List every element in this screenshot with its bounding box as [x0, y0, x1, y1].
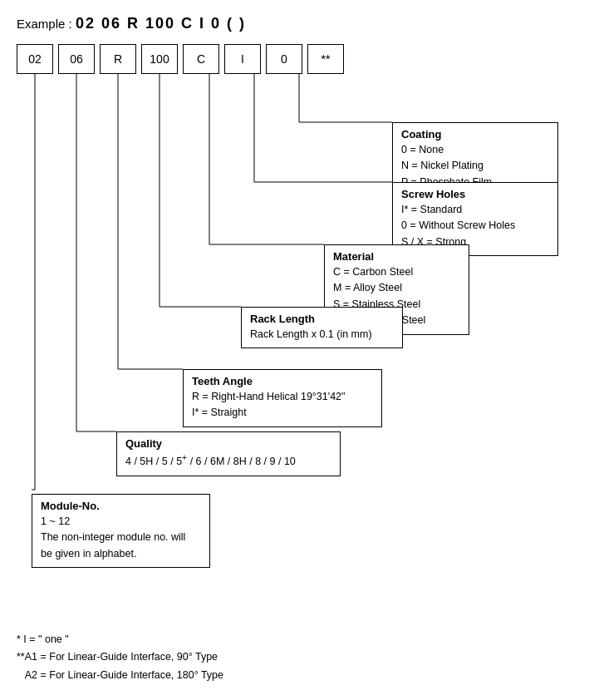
material-title: Material	[333, 250, 460, 263]
code-boxes-row: 02 06 R 100 C I 0 **	[17, 44, 572, 74]
footnote-2: **A1 = For Linear-Guide Interface, 90° T…	[17, 648, 572, 666]
code-box-r: R	[100, 44, 136, 74]
code-box-c: C	[183, 44, 219, 74]
quality-title: Quality	[125, 437, 331, 450]
code-box-i: I	[224, 44, 261, 74]
code-box-star: **	[307, 44, 344, 74]
footnote-3: A2 = For Linear-Guide Interface, 180° Ty…	[17, 667, 572, 684]
module-no-title: Module-No.	[41, 500, 201, 512]
quality-box: Quality 4 / 5H / 5 / 5+ / 6 / 6M / 8H / …	[116, 431, 341, 476]
code-box-100: 100	[141, 44, 178, 74]
rack-length-title: Rack Length	[250, 313, 394, 325]
rack-length-content: Rack Length x 0.1 (in mm)	[250, 327, 394, 343]
module-no-content: 1 ~ 12 The non-integer module no. will b…	[41, 514, 201, 562]
rack-length-box: Rack Length Rack Length x 0.1 (in mm)	[241, 307, 403, 348]
footnotes: * I = " one " **A1 = For Linear-Guide In…	[17, 631, 572, 684]
quality-content: 4 / 5H / 5 / 5+ / 6 / 6M / 8H / 8 / 9 / …	[125, 451, 331, 471]
teeth-angle-content: R = Right-Hand Helical 19°31'42" I* = St…	[192, 389, 373, 421]
code-box-02: 02	[17, 44, 53, 74]
teeth-angle-title: Teeth Angle	[192, 375, 373, 387]
example-title: Example : 02 06 R 100 C I 0 ( )	[17, 15, 572, 32]
code-box-06: 06	[58, 44, 95, 74]
screw-holes-title: Screw Holes	[401, 188, 549, 200]
module-no-box: Module-No. 1 ~ 12 The non-integer module…	[32, 494, 210, 568]
screw-holes-content: I* = Standard 0 = Without Screw Holes S …	[401, 202, 549, 250]
footnote-1: * I = " one "	[17, 631, 572, 648]
teeth-angle-box: Teeth Angle R = Right-Hand Helical 19°31…	[183, 369, 382, 427]
code-box-0: 0	[266, 44, 302, 74]
diagram-area: Coating 0 = None N = Nickel Plating P = …	[17, 74, 582, 606]
coating-title: Coating	[401, 128, 549, 140]
